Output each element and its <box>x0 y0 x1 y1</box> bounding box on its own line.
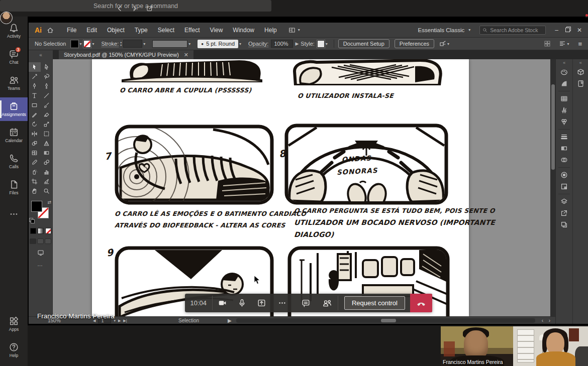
panel-graphic-styles-button[interactable] <box>556 181 572 192</box>
video-tile-francisco[interactable]: Francisco Martins Pereira <box>441 326 513 366</box>
sidebar-item-help[interactable]: Help <box>0 338 28 362</box>
brush-definition[interactable]: ●5 pt. Round <box>198 40 238 48</box>
close-tab-icon[interactable]: ✕ <box>184 52 188 58</box>
vertical-scrollbar-thumb[interactable] <box>551 84 555 170</box>
avatar[interactable] <box>0 12 13 24</box>
menu-select[interactable]: Select <box>153 27 179 34</box>
fill-color-well[interactable] <box>31 201 42 212</box>
panel-gradient-panel-button[interactable] <box>556 143 572 154</box>
vertical-scrollbar[interactable] <box>550 59 555 316</box>
type-tool[interactable] <box>29 91 41 100</box>
menu-effect[interactable]: Effect <box>179 27 205 34</box>
horizontal-scrollbar[interactable] <box>236 318 535 323</box>
panel-export-button[interactable] <box>556 207 572 219</box>
panel-layers-button[interactable] <box>556 196 572 207</box>
request-control-button[interactable]: Request control <box>344 296 405 310</box>
workspace-switcher[interactable]: Essentials Classic▾ <box>418 27 473 33</box>
stroke-weight-stepper[interactable]: ▴▾ <box>120 41 122 47</box>
sidebar-item-assignments[interactable]: Assignments <box>0 97 28 121</box>
document-tab[interactable]: Storyboard.pdf @ 150% (CMYK/GPU Preview)… <box>59 50 193 59</box>
brush-definition-dropdown[interactable]: ▾ <box>239 42 241 46</box>
align-glyph-icon[interactable] <box>439 40 446 47</box>
paintbrush-tool[interactable] <box>41 100 53 110</box>
opacity-expand[interactable]: ▶ <box>295 41 299 46</box>
shape-builder-tool[interactable] <box>29 139 41 148</box>
video-tile-participant-2[interactable] <box>513 326 588 366</box>
camera-button[interactable] <box>213 294 233 312</box>
symbol-sprayer-tool[interactable] <box>29 167 41 177</box>
ai-logo[interactable]: Ai <box>35 26 42 34</box>
selection-tool[interactable] <box>29 62 41 72</box>
default-fill-stroke-icon[interactable] <box>29 218 33 222</box>
perspective-grid-tool[interactable] <box>41 139 53 148</box>
canvas[interactable]: O CARRO ABRE A CUPULA (PSSSSSS) O UTILIZ… <box>53 59 550 316</box>
dock-collapse-icon[interactable]: « <box>556 59 572 66</box>
line-segment-tool[interactable] <box>41 91 53 100</box>
scroll-left-arrow[interactable]: ▶ <box>228 317 232 324</box>
menu-window[interactable]: Window <box>228 27 259 34</box>
menu-edit[interactable]: Edit <box>81 27 102 34</box>
panel-color-guide-button[interactable] <box>556 78 572 89</box>
tools-panel-collapse[interactable]: « <box>29 50 53 59</box>
blend-tool[interactable] <box>41 158 53 167</box>
panel-properties-button[interactable] <box>573 66 588 78</box>
paragraph-panel-icon[interactable] <box>559 40 566 47</box>
chat-button[interactable] <box>296 294 317 312</box>
direct-selection-tool[interactable] <box>41 62 53 72</box>
sidebar-item-calls[interactable]: Calls <box>0 150 28 173</box>
stroke-label[interactable]: Stroke: <box>101 41 119 47</box>
arrange-documents-dropdown[interactable]: ▾ <box>298 28 300 32</box>
gradient-tool[interactable] <box>41 148 53 158</box>
change-screen-mode-button[interactable] <box>37 249 44 256</box>
minimize-button[interactable]: – <box>555 27 558 34</box>
opacity-value[interactable]: 100% <box>271 40 293 48</box>
none-mode-button[interactable] <box>45 228 51 234</box>
sidebar-item-calendar[interactable]: Calendar <box>0 124 28 147</box>
eraser-tool[interactable] <box>41 110 53 119</box>
opacity-label[interactable]: Opacity: <box>248 41 268 47</box>
rotate-tool[interactable] <box>29 119 41 129</box>
lasso-tool[interactable] <box>41 72 53 81</box>
draw-behind-button[interactable] <box>37 238 44 244</box>
draw-normal-button[interactable] <box>30 238 36 244</box>
sidebar-item-apps[interactable]: Apps <box>0 312 28 336</box>
shaper-tool[interactable] <box>29 110 41 119</box>
dock-collapse-icon-2[interactable]: « <box>573 59 588 66</box>
close-button[interactable]: ✕ <box>577 27 582 34</box>
stroke-swatch[interactable] <box>83 40 91 48</box>
edit-toolbar-button[interactable]: … <box>29 261 52 267</box>
rectangle-tool[interactable] <box>29 100 41 110</box>
panel-transparency-button[interactable] <box>556 154 572 166</box>
sidebar-item-chat[interactable]: Chat3 <box>0 45 28 69</box>
slice-tool[interactable] <box>41 177 53 186</box>
participants-button[interactable] <box>317 294 338 312</box>
stroke-weight-value[interactable] <box>123 40 142 48</box>
scroll-right-arrow[interactable]: ‹ <box>542 317 543 324</box>
gradient-mode-button[interactable] <box>38 228 44 234</box>
adobe-stock-search-input[interactable]: Search Adobe Stock <box>479 26 546 35</box>
variable-width-profile[interactable] <box>152 40 187 48</box>
stroke-dropdown[interactable]: ▾ <box>92 42 94 46</box>
draw-inside-button[interactable] <box>45 238 51 244</box>
panel-color-button[interactable] <box>556 66 572 78</box>
style-swatch[interactable] <box>317 40 325 48</box>
eyedropper-tool[interactable] <box>29 158 41 167</box>
grid-view-icon[interactable] <box>544 40 551 47</box>
pen-tool[interactable] <box>29 81 41 91</box>
scroll-right-arrow-2[interactable]: › <box>549 317 550 324</box>
column-graph-tool[interactable] <box>41 167 53 177</box>
compose-button[interactable] <box>145 4 155 14</box>
mic-button[interactable] <box>233 294 251 312</box>
panel-libraries-button[interactable] <box>573 78 588 89</box>
horizontal-scrollbar-thumb[interactable] <box>381 319 396 322</box>
home-icon[interactable] <box>47 27 54 34</box>
panel-swatches-button[interactable] <box>556 93 572 104</box>
menu-object[interactable]: Object <box>102 27 130 34</box>
share-button[interactable] <box>251 294 272 312</box>
free-transform-tool[interactable] <box>41 129 53 139</box>
panel-symbols-button[interactable] <box>556 116 572 128</box>
arrange-documents-icon[interactable] <box>287 25 297 35</box>
swap-fill-stroke-icon[interactable]: ⇄ <box>47 200 51 205</box>
magic-wand-tool[interactable] <box>29 72 41 81</box>
fill-dropdown[interactable]: ▾ <box>79 42 81 46</box>
